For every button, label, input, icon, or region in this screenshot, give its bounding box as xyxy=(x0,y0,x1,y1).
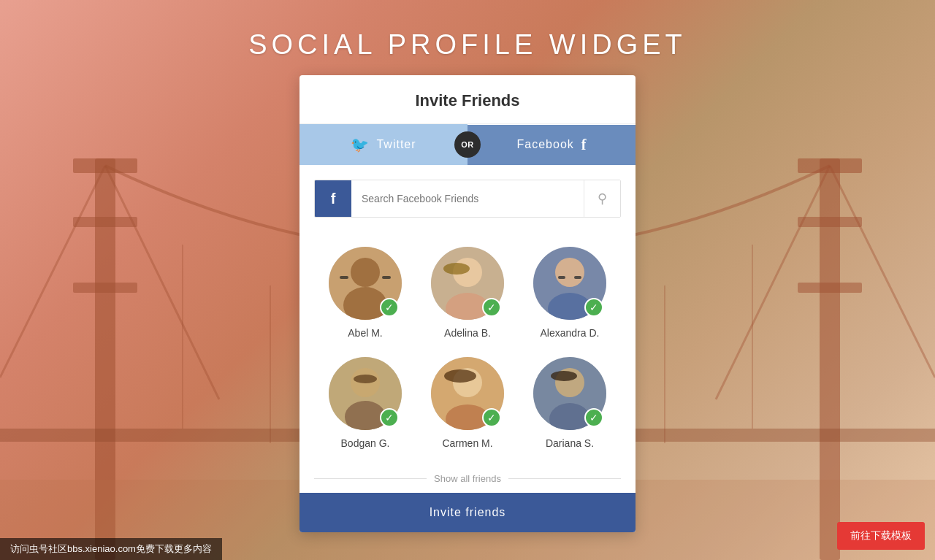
svg-rect-25 xyxy=(340,276,348,279)
svg-point-32 xyxy=(555,258,584,287)
svg-line-10 xyxy=(830,166,935,377)
avatar-wrap: ✓ xyxy=(431,247,504,320)
selected-check: ✓ xyxy=(584,298,603,317)
svg-line-8 xyxy=(0,166,105,377)
page-title: SOCIAL PROFILE WIDGET xyxy=(0,29,935,61)
selected-check: ✓ xyxy=(380,298,399,317)
facebook-tab[interactable]: Facebook f xyxy=(468,125,636,165)
avatar-wrap: ✓ xyxy=(431,357,504,430)
svg-rect-7 xyxy=(798,283,862,293)
twitter-icon: 🐦 xyxy=(351,136,369,153)
divider-left xyxy=(314,478,427,479)
widget-header: Invite Friends xyxy=(299,75,636,124)
friend-item[interactable]: ✓ Dariana S. xyxy=(519,350,621,460)
svg-point-47 xyxy=(551,371,577,381)
facebook-tab-icon: f xyxy=(581,137,587,153)
friend-item[interactable]: ✓ Carmen M. xyxy=(416,350,519,460)
friends-grid: ✓ Abel M. ✓ Adelina B. ✓ Alexandra D. xyxy=(299,225,636,467)
svg-point-30 xyxy=(443,263,470,275)
selected-check: ✓ xyxy=(482,298,501,317)
friend-name: Abel M. xyxy=(348,327,382,339)
friend-item[interactable]: ✓ Adelina B. xyxy=(416,239,519,350)
or-label: OR xyxy=(461,140,474,149)
selected-check: ✓ xyxy=(482,408,501,427)
svg-rect-6 xyxy=(798,217,862,227)
search-section: f ⚲ xyxy=(299,165,636,225)
svg-rect-26 xyxy=(382,276,391,279)
twitter-tab[interactable]: 🐦 Twitter xyxy=(299,124,468,165)
svg-point-39 xyxy=(354,375,377,383)
friend-name: Adelina B. xyxy=(444,327,491,339)
svg-point-23 xyxy=(351,258,380,287)
svg-point-43 xyxy=(444,369,476,383)
or-badge: OR xyxy=(454,131,481,158)
invite-button[interactable]: Invite friends xyxy=(299,493,636,532)
avatar-wrap: ✓ xyxy=(329,357,402,430)
svg-rect-35 xyxy=(574,276,581,279)
download-button-label: 前往下载模板 xyxy=(850,529,912,541)
widget-title: Invite Friends xyxy=(314,91,621,110)
search-input[interactable] xyxy=(351,180,584,217)
search-facebook-icon: f xyxy=(315,180,351,217)
show-all-row: Show all friends xyxy=(299,467,636,493)
divider-right xyxy=(508,478,621,479)
twitter-tab-label: Twitter xyxy=(376,138,416,151)
selected-check: ✓ xyxy=(380,408,399,427)
svg-rect-2 xyxy=(73,217,137,227)
avatar-wrap: ✓ xyxy=(533,247,606,320)
friend-name: Bodgan G. xyxy=(341,437,390,449)
search-button[interactable]: ⚲ xyxy=(584,180,620,217)
svg-rect-3 xyxy=(73,283,137,293)
show-all-button[interactable]: Show all friends xyxy=(434,473,501,484)
invite-button-label: Invite friends xyxy=(430,506,506,518)
friend-item[interactable]: ✓ Bodgan G. xyxy=(314,350,416,460)
friend-name: Carmen M. xyxy=(442,437,492,449)
search-bar: f ⚲ xyxy=(314,180,621,218)
svg-rect-34 xyxy=(558,276,565,279)
friend-name: Dariana S. xyxy=(546,437,594,449)
avatar-wrap: ✓ xyxy=(329,247,402,320)
friend-item[interactable]: ✓ Alexandra D. xyxy=(519,239,621,350)
social-tabs: 🐦 Twitter OR Facebook f xyxy=(299,124,636,165)
friend-item[interactable]: ✓ Abel M. xyxy=(314,239,416,350)
avatar-wrap: ✓ xyxy=(533,357,606,430)
download-button[interactable]: 前往下载模板 xyxy=(837,522,925,550)
watermark-text: 访问虫号社区bbs.xieniao.com免费下载更多内容 xyxy=(10,543,212,554)
search-icon: ⚲ xyxy=(598,191,607,207)
watermark: 访问虫号社区bbs.xieniao.com免费下载更多内容 xyxy=(0,538,222,560)
facebook-tab-label: Facebook xyxy=(517,138,574,151)
widget-container: Invite Friends 🐦 Twitter OR Facebook f f… xyxy=(299,75,636,532)
page-title-section: SOCIAL PROFILE WIDGET xyxy=(0,0,935,75)
friend-name: Alexandra D. xyxy=(541,327,600,339)
selected-check: ✓ xyxy=(584,408,603,427)
